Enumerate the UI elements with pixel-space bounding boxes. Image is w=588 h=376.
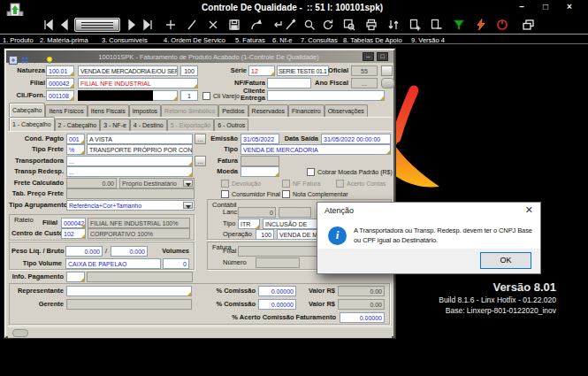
- add-icon[interactable]: [164, 19, 179, 33]
- print-icon[interactable]: [365, 19, 379, 33]
- copy-remove-icon[interactable]: [430, 19, 444, 33]
- info-icon: i: [328, 226, 347, 245]
- tab-observacoes[interactable]: Observações: [325, 104, 368, 117]
- cli-forn-extra-field[interactable]: 1: [180, 90, 198, 101]
- tab-cabecalho[interactable]: Cabeçalho: [9, 103, 45, 117]
- menu-versao-4[interactable]: 9. Versão 4: [411, 36, 445, 44]
- tab-pedidos[interactable]: Pedidos: [218, 104, 248, 117]
- menu-consumiveis[interactable]: 3. Consumíveis: [102, 36, 148, 44]
- subtab-1-cabecalho[interactable]: 1 - Cabeçalho: [9, 117, 55, 131]
- serie-code-field[interactable]: 12: [248, 65, 275, 76]
- filter-icon[interactable]: [453, 19, 467, 33]
- peso-bruto-field[interactable]: 0.000: [111, 246, 148, 257]
- menu-consultas[interactable]: 7. Consultas: [301, 36, 338, 44]
- tab-financeiro[interactable]: Financeiro: [288, 104, 325, 117]
- tipo-frete-desc-field[interactable]: TRANSPORTE PRÓPRIO POR CONTA D: [87, 144, 193, 155]
- cond-pagto-code-field[interactable]: 001: [66, 134, 85, 144]
- cli-varejo-checkbox[interactable]: Cli Varejo: [202, 90, 240, 101]
- app-titlebar: Controle De Qualidade - :: 51 l: 100101s…: [0, 0, 588, 16]
- info-pagamento-code-field[interactable]: [66, 272, 85, 282]
- edit-icon[interactable]: [186, 19, 200, 33]
- nf-fatura-field[interactable]: [267, 78, 311, 88]
- volumes-field[interactable]: 0: [163, 258, 189, 269]
- cliente-entrega-field[interactable]: [267, 90, 385, 101]
- stop-icon[interactable]: [496, 19, 510, 33]
- consumidor-final-checkbox[interactable]: Consumidor Final: [221, 188, 280, 199]
- tipo-field[interactable]: VENDA DE MERCADORIA: [241, 144, 391, 155]
- contabil-tipo-code-field[interactable]: ITR: [238, 219, 260, 229]
- first-record-icon[interactable]: [42, 19, 57, 33]
- tipo-volume-label: Tipo Volume: [11, 258, 62, 269]
- moeda-field[interactable]: [241, 166, 279, 177]
- subtab-6-outros[interactable]: 6 - Outros: [214, 119, 248, 131]
- menu-produto[interactable]: 1. Produto: [3, 36, 34, 44]
- filial-code-field[interactable]: 000042: [46, 78, 74, 88]
- emissao-field[interactable]: 31/05/2022: [241, 134, 279, 144]
- filial-desc-field[interactable]: FILIAL NFE INDUSTRIAL: [78, 78, 198, 88]
- serie-desc-field[interactable]: SERIE TESTE 01.1: [277, 65, 329, 76]
- centro-custo-code-field[interactable]: 102: [61, 228, 86, 239]
- menu-faturas[interactable]: 5. Faturas: [235, 36, 265, 44]
- data-saida-field[interactable]: 31/05/2022 00:00:00: [321, 134, 391, 144]
- gerente-label: Gerente: [9, 299, 64, 310]
- confirm-icon[interactable]: [271, 19, 286, 33]
- prev-record-icon[interactable]: [58, 19, 73, 33]
- form-minimize-icon[interactable]: –: [363, 52, 374, 61]
- next-record-icon[interactable]: [126, 19, 140, 33]
- tipo-frete-code-field[interactable]: %: [66, 144, 85, 155]
- sort-icon[interactable]: [387, 19, 401, 33]
- chevron-down-icon[interactable]: [183, 202, 193, 209]
- save-icon[interactable]: [228, 19, 242, 33]
- redo-icon[interactable]: [250, 19, 264, 33]
- operacao-code-field[interactable]: 100: [256, 229, 274, 240]
- pct-comissao-field-2[interactable]: 0.00000: [258, 299, 296, 310]
- search-icon[interactable]: [303, 19, 317, 33]
- rateio-filial-desc-field: FILIAL NFE INDUSTRIAL 100%: [88, 218, 190, 228]
- peso-liquido-field[interactable]: 0.000: [65, 246, 103, 257]
- representante-field[interactable]: [66, 286, 192, 296]
- tipo-agrupamento-combo[interactable]: Referência+Cor+Tamanho: [66, 200, 195, 211]
- natureza-code-field[interactable]: 100.01: [46, 65, 74, 76]
- menu-nfe[interactable]: 6. Nf-e: [272, 36, 293, 44]
- transp-redesp-field[interactable]: ...: [66, 166, 193, 177]
- refresh-icon[interactable]: [322, 19, 336, 33]
- fatura-label: Fatura: [183, 156, 238, 166]
- natureza-desc-field[interactable]: VENDA DE MERCADORIA E/OU SERVI: [78, 65, 178, 76]
- subtab-2-cabecalho[interactable]: 2 - Cabeçalho: [55, 119, 101, 131]
- menu-materia-prima[interactable]: 2. Matéria-prima: [40, 36, 88, 44]
- status-bar: [8, 326, 392, 338]
- cobrar-moeda-checkbox[interactable]: Cobrar Moeda Padrão (R$): [307, 166, 393, 177]
- record-list-button[interactable]: [74, 18, 120, 32]
- rateio-filial-code-field[interactable]: 000042: [61, 218, 86, 228]
- minimize-icon[interactable]: –: [515, 3, 528, 12]
- cancel-bolt-icon[interactable]: [475, 19, 489, 33]
- cond-pagto-desc-field[interactable]: A VISTA: [87, 134, 193, 144]
- delete-icon[interactable]: [207, 19, 221, 33]
- acerto-comissao-field[interactable]: 0.00000: [340, 312, 385, 323]
- brush-icon[interactable]: [285, 19, 299, 33]
- tab-itens-fiscais[interactable]: Itens Fiscais: [88, 104, 129, 117]
- ok-button[interactable]: OK: [480, 252, 531, 269]
- tipo-volume-field[interactable]: CAIXA DE PAPELAO: [65, 258, 161, 269]
- menu-tabelas-de-apoio[interactable]: 8. Tabelas De Apoio: [343, 36, 402, 44]
- copy-add-icon[interactable]: [409, 19, 423, 33]
- dialog-close-icon[interactable]: ✕: [525, 204, 533, 216]
- subtab-4-destino[interactable]: 4 - Destino: [130, 119, 167, 131]
- preview-icon[interactable]: [343, 19, 357, 33]
- transportadora-field[interactable]: ...: [66, 156, 193, 166]
- maximize-icon[interactable]: □: [539, 3, 552, 12]
- tab-reservados[interactable]: Reservados: [248, 104, 288, 117]
- close-icon[interactable]: ×: [563, 3, 576, 12]
- last-record-icon[interactable]: [141, 19, 156, 33]
- window-restore-icon[interactable]: [522, 19, 536, 33]
- menu-ordem-de-servico[interactable]: 4. Ordem De Servico: [164, 36, 225, 44]
- subtab-3-nfe[interactable]: 3 - NF-e: [100, 119, 130, 131]
- tab-itens-fisicos[interactable]: Itens Físicos: [45, 104, 87, 117]
- cli-forn-code-field[interactable]: 001108: [46, 90, 74, 101]
- natureza-extra-field[interactable]: 100: [180, 65, 198, 76]
- pct-comissao-field-1[interactable]: 0.00000: [258, 286, 296, 296]
- nota-complementar-checkbox[interactable]: Nota Complementar: [282, 188, 348, 199]
- oficial-button[interactable]: [381, 65, 393, 76]
- tab-impostos[interactable]: Impostos: [129, 104, 161, 117]
- form-maximize-icon[interactable]: □: [377, 52, 388, 61]
